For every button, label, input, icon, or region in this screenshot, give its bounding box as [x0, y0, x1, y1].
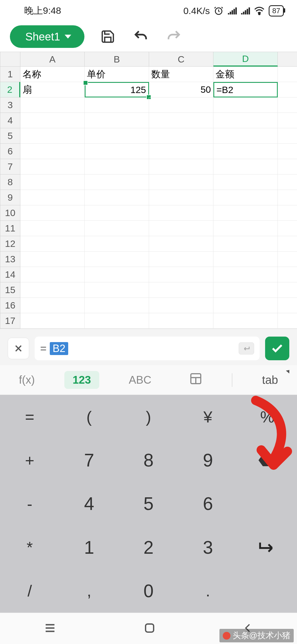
key-slash[interactable]: / — [0, 569, 59, 613]
row-header-8[interactable]: 8 — [0, 174, 20, 190]
cell-B15[interactable] — [85, 282, 149, 298]
cell-C7[interactable] — [149, 159, 213, 174]
cell-D9[interactable] — [213, 190, 278, 205]
cell-D3[interactable] — [213, 97, 278, 113]
cell-D6[interactable] — [213, 144, 278, 159]
row-header-4[interactable]: 4 — [0, 113, 20, 128]
cell-E1[interactable] — [278, 67, 297, 82]
cell-E4[interactable] — [278, 113, 297, 128]
cell-C10[interactable] — [149, 205, 213, 221]
key-dot[interactable]: . — [178, 569, 238, 613]
cell-C15[interactable] — [149, 282, 213, 298]
formula-newline-button[interactable] — [239, 342, 254, 354]
key-minus[interactable]: - — [0, 482, 59, 525]
undo-button[interactable] — [131, 27, 150, 46]
formula-close-button[interactable] — [8, 338, 29, 359]
cell-D16[interactable] — [213, 298, 278, 313]
row-header-5[interactable]: 5 — [0, 128, 20, 144]
cell-C13[interactable] — [149, 252, 213, 267]
cell-A4[interactable] — [20, 113, 85, 128]
cell-E16[interactable] — [278, 298, 297, 313]
cell-A12[interactable] — [20, 236, 85, 252]
cell-A2[interactable]: 扇 — [20, 82, 85, 97]
cell-E10[interactable] — [278, 205, 297, 221]
cell-C5[interactable] — [149, 128, 213, 144]
spreadsheet-grid[interactable]: ABCDE1名称单价数量金额2扇12550=B23456789101112131… — [0, 52, 297, 329]
key-9[interactable]: 9 — [178, 438, 238, 482]
cell-A9[interactable] — [20, 190, 85, 205]
cell-C16[interactable] — [149, 298, 213, 313]
cell-A17[interactable] — [20, 313, 85, 329]
cell-B10[interactable] — [85, 205, 149, 221]
cell-E3[interactable] — [278, 97, 297, 113]
cell-A16[interactable] — [20, 298, 85, 313]
mode-cell-icon[interactable] — [181, 369, 211, 391]
col-header-A[interactable]: A — [20, 52, 85, 67]
grid-corner[interactable] — [0, 52, 20, 67]
cell-E14[interactable] — [278, 267, 297, 282]
row-header-15[interactable]: 15 — [0, 282, 20, 298]
cell-D14[interactable] — [213, 267, 278, 282]
cell-A5[interactable] — [20, 128, 85, 144]
cell-C9[interactable] — [149, 190, 213, 205]
cell-C14[interactable] — [149, 267, 213, 282]
save-button[interactable] — [98, 27, 117, 46]
cell-E7[interactable] — [278, 159, 297, 174]
col-header-E[interactable]: E — [278, 52, 297, 67]
row-header-17[interactable]: 17 — [0, 313, 20, 329]
cell-A14[interactable] — [20, 267, 85, 282]
key-rparen[interactable]: ) — [119, 395, 178, 438]
row-header-10[interactable]: 10 — [0, 205, 20, 221]
cell-C17[interactable] — [149, 313, 213, 329]
cell-E9[interactable] — [278, 190, 297, 205]
cell-D1[interactable]: 金额 — [213, 67, 278, 82]
cell-C4[interactable] — [149, 113, 213, 128]
formula-confirm-button[interactable] — [265, 337, 289, 360]
cell-E5[interactable] — [278, 128, 297, 144]
key-1[interactable]: 1 — [59, 526, 119, 569]
key-backspace[interactable]: ✕ — [238, 438, 297, 482]
key-enter[interactable] — [238, 526, 297, 569]
col-header-C[interactable]: C — [149, 52, 213, 67]
key-4[interactable]: 4 — [59, 482, 119, 525]
cell-A6[interactable] — [20, 144, 85, 159]
mode-tab[interactable]: tab — [254, 371, 286, 389]
cell-B5[interactable] — [85, 128, 149, 144]
row-header-2[interactable]: 2 — [0, 82, 20, 97]
key-0[interactable]: 0 — [119, 569, 178, 613]
cell-C2[interactable]: 50 — [149, 82, 213, 97]
key-7[interactable]: 7 — [59, 438, 119, 482]
row-header-11[interactable]: 11 — [0, 221, 20, 236]
cell-B13[interactable] — [85, 252, 149, 267]
key-comma[interactable]: , — [59, 569, 119, 613]
cell-C3[interactable] — [149, 97, 213, 113]
cell-B7[interactable] — [85, 159, 149, 174]
cell-B16[interactable] — [85, 298, 149, 313]
cell-A15[interactable] — [20, 282, 85, 298]
cell-D17[interactable] — [213, 313, 278, 329]
cell-B9[interactable] — [85, 190, 149, 205]
cell-A13[interactable] — [20, 252, 85, 267]
cell-B3[interactable] — [85, 97, 149, 113]
cell-B8[interactable] — [85, 174, 149, 190]
nav-menu-button[interactable] — [43, 621, 57, 636]
cell-E6[interactable] — [278, 144, 297, 159]
mode-fx[interactable]: f(x) — [11, 371, 43, 389]
cell-B14[interactable] — [85, 267, 149, 282]
cell-E8[interactable] — [278, 174, 297, 190]
redo-button[interactable] — [164, 27, 183, 46]
cell-B11[interactable] — [85, 221, 149, 236]
row-header-3[interactable]: 3 — [0, 97, 20, 113]
cell-D8[interactable] — [213, 174, 278, 190]
cell-E15[interactable] — [278, 282, 297, 298]
row-header-1[interactable]: 1 — [0, 67, 20, 82]
row-header-12[interactable]: 12 — [0, 236, 20, 252]
cell-E12[interactable] — [278, 236, 297, 252]
cell-B4[interactable] — [85, 113, 149, 128]
key-lparen[interactable]: ( — [59, 395, 119, 438]
cell-E17[interactable] — [278, 313, 297, 329]
cell-E2[interactable] — [278, 82, 297, 97]
cell-B17[interactable] — [85, 313, 149, 329]
cell-B2[interactable]: 125 — [85, 82, 149, 97]
key-equals[interactable]: = — [0, 395, 59, 438]
